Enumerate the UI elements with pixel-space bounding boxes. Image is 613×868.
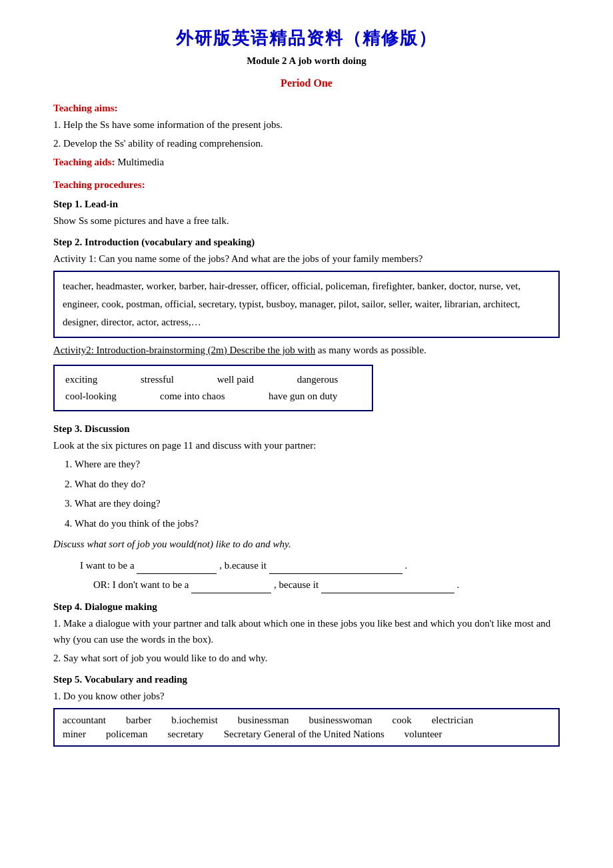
step5-intro: 1. Do you know other jobs? <box>53 688 560 704</box>
teaching-aids-line: Teaching aids: Multimedia <box>53 154 560 170</box>
vocab-policeman: policeman <box>106 729 147 740</box>
sentence1-mid: , b.ecause it <box>219 560 267 571</box>
word-come-into-chaos: come into chaos <box>160 391 249 402</box>
teaching-aim-1: 1. Help the Ss have some information of … <box>53 117 560 133</box>
main-title: 外研版英语精品资料（精修版） <box>53 27 560 50</box>
step2-title: Step 2. Introduction (vocabulary and spe… <box>53 237 560 248</box>
step1-title: Step 1. Lead-in <box>53 199 560 210</box>
fill-3 <box>191 577 271 593</box>
step2-activity2-text: Activity2: Introduction-brainstorming (2… <box>53 342 560 358</box>
teaching-aids-label: Teaching aids: <box>53 157 115 167</box>
vocab-box: accountant barber b.iochemist businessma… <box>53 708 560 747</box>
teaching-aims-label: Teaching aims: <box>53 103 560 114</box>
words-row2: cool-looking come into chaos have gun on… <box>65 388 361 405</box>
period-title: Period One <box>53 77 560 89</box>
vocab-electrician: electrician <box>432 715 473 726</box>
vocab-row1: accountant barber b.iochemist businessma… <box>63 715 550 726</box>
vocab-biochemist: b.iochemist <box>171 715 218 726</box>
sentence1-prefix: I want to be a <box>80 560 135 571</box>
step1-content: Show Ss some pictures and have a free ta… <box>53 213 560 229</box>
step4-item1: 1. Make a dialogue with your partner and… <box>53 615 560 647</box>
sentence2-suffix: . <box>457 579 460 590</box>
fill-1 <box>137 557 217 574</box>
vocab-cook: cook <box>392 715 412 726</box>
sentence2: OR: I don't want to be a , because it . <box>93 577 560 593</box>
jobs-box: teacher, headmaster, worker, barber, hai… <box>53 271 560 338</box>
step2-activity1: Activity 1: Can you name some of the job… <box>53 251 560 267</box>
word-dangerous: dangerous <box>297 374 361 385</box>
step4-title: Step 4. Dialogue making <box>53 601 560 613</box>
discuss-italic: Discuss what sort of job you would(not) … <box>53 536 560 553</box>
word-stressful: stressful <box>141 374 197 385</box>
discussion-questions: Where are they? What do they do? What ar… <box>75 456 560 532</box>
activity2-rest: as many words as possible. <box>318 345 426 355</box>
vocab-barber: barber <box>126 715 151 726</box>
fill-4 <box>321 577 454 593</box>
question-3: What are they doing? <box>75 495 560 513</box>
teaching-aids-value: Multimedia <box>117 157 164 167</box>
word-exciting: exciting <box>65 374 121 385</box>
words-box: exciting stressful well paid dangerous c… <box>53 365 373 411</box>
vocab-secretary-general: Secretary General of the United Nations <box>224 729 384 740</box>
question-2: What do they do? <box>75 476 560 493</box>
teaching-procedures-label: Teaching procedures: <box>53 179 560 191</box>
vocab-secretary: secretary <box>167 729 203 740</box>
subtitle: Module 2 A job worth doing <box>53 55 560 67</box>
words-row1: exciting stressful well paid dangerous <box>65 371 361 388</box>
fill-2 <box>269 557 402 574</box>
sentence2-mid: , because it <box>274 579 318 590</box>
vocab-miner: miner <box>63 729 86 740</box>
question-4: What do you think of the jobs? <box>75 515 560 533</box>
sentence2-prefix: OR: I don't want to be a <box>93 579 189 590</box>
word-wellpaid: well paid <box>217 374 277 385</box>
word-cool-looking: cool-looking <box>65 391 140 402</box>
step3-title: Step 3. Discussion <box>53 423 560 435</box>
step3-intro: Look at the six pictures on page 11 and … <box>53 437 560 453</box>
sentence1: I want to be a , b.ecause it . <box>80 557 560 574</box>
vocab-businesswoman: businesswoman <box>309 715 372 726</box>
activity2-underline: Activity2: Introduction-brainstorming (2… <box>53 345 315 355</box>
vocab-volunteer: volunteer <box>404 729 442 740</box>
word-have-gun-on-duty: have gun on duty <box>269 391 361 402</box>
sentence1-suffix: . <box>404 560 407 571</box>
step5-title: Step 5. Vocabulary and reading <box>53 674 560 685</box>
vocab-accountant: accountant <box>63 715 106 726</box>
teaching-aim-2: 2. Develop the Ss' ability of reading co… <box>53 135 560 151</box>
step4-item2: 2. Say what sort of job you would like t… <box>53 650 560 666</box>
vocab-businessman: businessman <box>238 715 289 726</box>
vocab-row2: miner policeman secretary Secretary Gene… <box>63 729 550 740</box>
question-1: Where are they? <box>75 456 560 473</box>
